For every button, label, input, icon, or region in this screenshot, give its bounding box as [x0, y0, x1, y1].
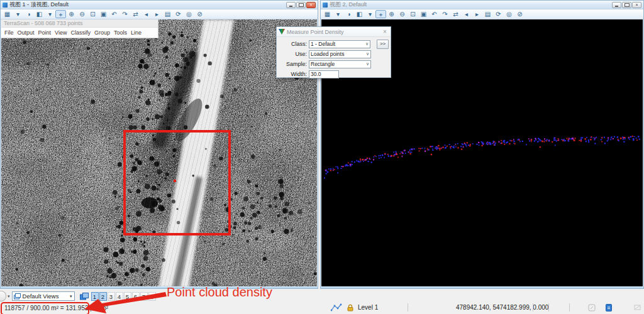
window-area-icon[interactable]: ⊡ [408, 10, 418, 18]
element-selection-icon[interactable]: ⌖ [375, 10, 386, 18]
app-icon [323, 3, 328, 8]
view-group-combobox[interactable]: Default Views ▾ [12, 291, 75, 301]
window2-title: 视图 2, Default [330, 1, 612, 9]
display-mode-dropdown-icon[interactable]: ▾ [13, 10, 23, 18]
zoom-in-icon[interactable]: ⊕ [386, 10, 397, 18]
dialog-title: Measure Point Density [287, 29, 381, 35]
sample-center-point [174, 180, 176, 182]
menu-tools[interactable]: Tools [114, 30, 127, 36]
menu-classify[interactable]: Classify [70, 30, 91, 36]
chevron-down-icon: ▾ [70, 294, 74, 299]
update-view-icon[interactable]: ⟳ [493, 10, 504, 18]
zoom-out-icon[interactable]: ⊖ [397, 10, 408, 18]
view-display-mode-icon[interactable]: ▦ [2, 10, 13, 18]
menu-view[interactable]: View [55, 30, 67, 36]
application: 视图 1 - 顶视图, Default × ▦▾◑◧▾⌖⊕⊖⊡▣↶↷⇄◂▸▤⟳◎… [0, 0, 644, 314]
view-display-mode-icon[interactable]: ▦ [322, 10, 333, 18]
clip-volume-icon[interactable]: ◎ [504, 10, 514, 18]
view2-toolbar: ▦▾◑◧▾⌖⊕⊖⊡▣↶↷⇄◂▸▤⟳◎⊘ [321, 9, 643, 19]
field-label: Sample: [277, 61, 307, 67]
copy-view-icon[interactable]: ▤ [162, 10, 173, 18]
copy-view-icon[interactable]: ▤ [482, 10, 493, 18]
view-next-icon[interactable]: ▸ [152, 10, 162, 18]
dialog-field-row: Class:1 - Default∨>> [277, 40, 389, 48]
menu-group[interactable]: Group [94, 30, 110, 36]
maximize-button[interactable] [622, 2, 631, 8]
clip-mask-icon[interactable]: ⊘ [514, 10, 525, 18]
menu-point[interactable]: Point [38, 30, 52, 36]
active-level-label[interactable]: Level 1 [358, 301, 378, 314]
use-select[interactable]: Loaded points∨ [309, 50, 371, 58]
update-view-icon[interactable]: ⟳ [173, 10, 184, 18]
annotation-highlight-ring [1, 302, 89, 314]
clip-mask-icon[interactable]: ⊘ [194, 10, 205, 18]
pan-view-icon[interactable]: ⇄ [450, 10, 461, 18]
dialog-close-icon[interactable]: × [381, 28, 389, 35]
density-sample-rectangle [123, 130, 231, 236]
expand-button[interactable]: >> [377, 40, 389, 49]
fit-view-icon[interactable]: ▣ [418, 10, 429, 18]
design-file-status-icon[interactable] [606, 301, 612, 314]
menu-file[interactable]: File [4, 30, 14, 36]
window1-title: 视图 1 - 顶视图, Default [9, 1, 286, 9]
view-group-value: Default Views [23, 293, 59, 300]
view-previous-icon[interactable]: ◂ [461, 10, 472, 18]
rotate-right-icon[interactable]: ↷ [119, 10, 130, 18]
annotation-arrow [80, 286, 172, 314]
display-mode-dropdown-icon[interactable]: ▾ [333, 10, 343, 18]
use-value: Loaded points [311, 51, 344, 57]
maximize-button[interactable] [296, 2, 306, 8]
dialog-titlebar[interactable]: Measure Point Density × [277, 27, 391, 37]
display-style-icon[interactable]: ◧ [354, 10, 365, 18]
menu-output[interactable]: Output [18, 30, 35, 36]
divider [408, 303, 408, 311]
window-area-icon[interactable]: ⊡ [87, 10, 98, 18]
rotate-left-icon[interactable]: ↶ [109, 10, 119, 18]
field-label: Class: [277, 41, 307, 47]
status-bar: Level 1 478942.140, 5474182.999, 0.000 [322, 301, 644, 314]
terrascan-panel-title: TerraScan - 508 068 733 points [1, 19, 158, 28]
chevron-down-icon[interactable]: ▾ [8, 294, 10, 299]
view1-toolbar: ▦▾◑◧▾⌖⊕⊖⊡▣↶↷⇄◂▸▤⟳◎⊘ [1, 9, 318, 19]
menu-line[interactable]: Line [131, 30, 142, 36]
window2-titlebar[interactable]: 视图 2, Default × [321, 1, 643, 9]
zoom-out-icon[interactable]: ⊖ [77, 10, 87, 18]
rotate-left-icon[interactable]: ↶ [429, 10, 440, 18]
display-style-dropdown-icon[interactable]: ▾ [45, 10, 55, 18]
top-view-viewport[interactable]: TerraScan - 508 068 733 points FileOutpu… [1, 19, 317, 286]
class-select[interactable]: 1 - Default∨ [309, 40, 370, 48]
annotation-label: Point cloud density [167, 285, 272, 300]
fence-mode-icon[interactable] [634, 301, 641, 314]
clip-volume-icon[interactable]: ◎ [184, 10, 194, 18]
view-previous-icon[interactable]: ◂ [141, 10, 152, 18]
adjust-brightness-icon[interactable]: ◑ [343, 10, 354, 18]
display-style-dropdown-icon[interactable]: ▾ [365, 10, 375, 18]
dialog-field-row: Use:Loaded points∨ [277, 50, 389, 58]
class-value: 1 - Default [311, 41, 335, 47]
adjust-brightness-icon[interactable]: ◑ [23, 10, 34, 18]
snap-mode-icon[interactable] [331, 301, 342, 314]
fit-view-icon[interactable]: ▣ [98, 10, 109, 18]
field-label: Use: [277, 51, 307, 57]
chevron-down-icon: ∨ [365, 41, 370, 46]
display-style-icon[interactable]: ◧ [34, 10, 45, 18]
dialog-body: Class:1 - Default∨>>Use:Loaded points∨Sa… [277, 37, 391, 78]
view-next-icon[interactable]: ▸ [472, 10, 482, 18]
width-input[interactable]: 30.0 [309, 70, 339, 78]
sample-select[interactable]: Rectangle∨ [309, 60, 371, 68]
minimize-button[interactable] [286, 2, 296, 8]
lock-icon[interactable] [347, 301, 353, 314]
selection-set-icon[interactable] [588, 301, 596, 314]
close-button[interactable]: × [306, 2, 316, 8]
zoom-in-icon[interactable]: ⊕ [66, 10, 77, 18]
docked-handle[interactable] [0, 291, 6, 301]
terrascan-panel: TerraScan - 508 068 733 points FileOutpu… [1, 19, 158, 38]
window1-titlebar[interactable]: 视图 1 - 顶视图, Default × [1, 1, 318, 9]
close-button[interactable]: × [632, 2, 641, 8]
pan-view-icon[interactable]: ⇄ [130, 10, 141, 18]
rotate-right-icon[interactable]: ↷ [440, 10, 450, 18]
field-label: Width: [277, 71, 307, 77]
chevron-down-icon: ∨ [366, 62, 370, 67]
element-selection-icon[interactable]: ⌖ [55, 10, 66, 18]
minimize-button[interactable] [612, 2, 621, 8]
